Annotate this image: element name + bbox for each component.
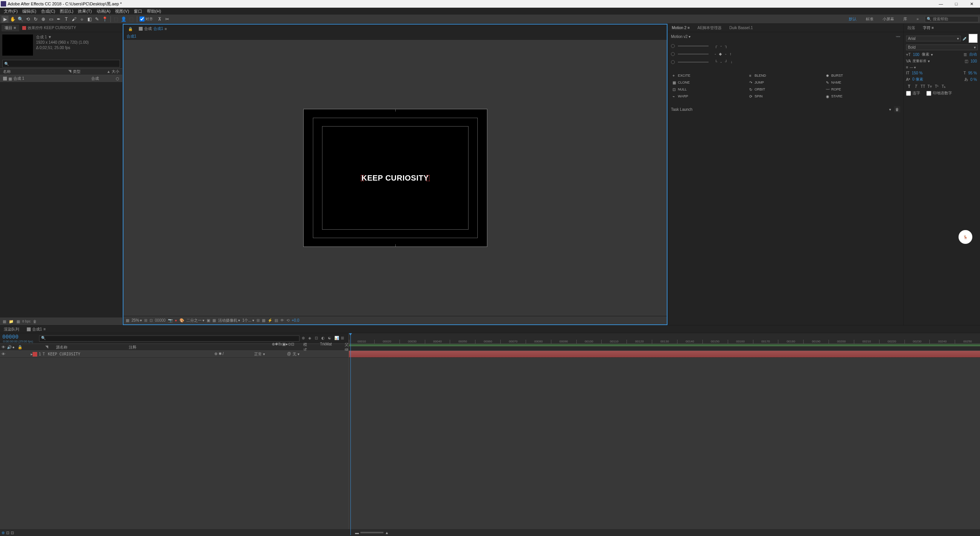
ruler-icon[interactable]: ⊡ (150, 318, 153, 322)
roi-icon[interactable]: ▣ (207, 318, 210, 322)
hindi-digits-checkbox[interactable] (926, 91, 931, 96)
always-preview-icon[interactable]: ▦ (126, 318, 129, 322)
video-col-icon[interactable]: 👁 (2, 345, 6, 350)
pixel-aspect-icon[interactable]: ▦ (262, 318, 265, 322)
col-size-header[interactable]: ▲ 大小 (81, 69, 119, 74)
color-mgmt-icon[interactable]: 🎨 (179, 318, 184, 322)
close-button[interactable]: ✕ (964, 0, 979, 8)
project-list[interactable]: ▦ 合成 1 合成 ⬡ (0, 75, 122, 317)
hide-shy-icon[interactable]: ⊡ (315, 336, 320, 341)
motion-warp-button[interactable]: ⌁WARP (671, 93, 747, 99)
workspace-standard[interactable]: 标准 (863, 16, 876, 23)
ease-radio-1[interactable] (671, 44, 675, 48)
audio-col-icon[interactable]: 🔊 (7, 345, 12, 350)
toggle-switches-icon[interactable]: ⊕ (2, 531, 5, 535)
new-folder-icon[interactable]: 📁 (8, 319, 14, 324)
subscript-button[interactable]: T₁ (941, 84, 947, 89)
ease-radio-2[interactable] (671, 52, 675, 56)
vscale-value[interactable]: 150 % (911, 71, 923, 75)
snapshot-icon[interactable]: 📷 (168, 318, 173, 322)
snap-collapse-icon[interactable]: ✂ (164, 16, 171, 23)
layer-parent-pickwhip-icon[interactable]: @ (287, 352, 291, 357)
toggle-in-out-icon[interactable]: ⊡ (11, 531, 14, 535)
menu-effect[interactable]: 效果(T) (76, 8, 94, 14)
menu-help[interactable]: 帮助(H) (145, 8, 163, 14)
project-item-comp[interactable]: ▦ 合成 1 合成 ⬡ (0, 75, 122, 82)
superscript-button[interactable]: T¹ (934, 84, 940, 89)
motion-rope-button[interactable]: 〰ROPE (824, 86, 900, 92)
orbit-tool[interactable]: ⟲ (25, 16, 31, 23)
rect-tool[interactable]: ▭ (48, 16, 54, 23)
lock-col-icon[interactable]: 🔒 (18, 345, 22, 350)
kerning-dropdown[interactable]: 度量标准 (913, 59, 926, 64)
motion-clone-button[interactable]: ▦CLONE (671, 79, 747, 85)
fill-color-swatch[interactable] (968, 34, 978, 43)
comp-breadcrumb[interactable]: 合成1 (123, 33, 667, 40)
layer-name[interactable]: KEEP CURIOSITY (48, 352, 214, 356)
font-family-dropdown[interactable]: Arial▾ (906, 36, 961, 41)
small-caps-button[interactable]: Tᴛ (927, 84, 933, 89)
project-search-input[interactable]: 🔍 (2, 60, 120, 67)
timeline-search-input[interactable]: 🔍 (39, 335, 299, 342)
timeline-icon[interactable]: ▤ (275, 318, 278, 322)
new-comp-icon[interactable]: ▦ (15, 319, 21, 324)
interpret-footage-icon[interactable]: ▦ (2, 319, 7, 324)
timecode-display[interactable]: 00000 (155, 318, 166, 322)
help-search-input[interactable]: 🔍 搜索帮助 (925, 16, 978, 22)
motion-stare-button[interactable]: ◉STARE (824, 93, 900, 99)
camera-dropdown[interactable]: 活动摄像机 ▾ (218, 318, 240, 323)
view-axis-icon[interactable]: ⬚ (128, 16, 135, 23)
tab-paragraph[interactable]: 段落 (904, 25, 919, 31)
layer-duration-bar[interactable] (349, 351, 980, 358)
all-caps-button[interactable]: TT (920, 84, 926, 89)
comp-mini-flowchart-icon[interactable]: ⊕ (302, 336, 307, 341)
bpc-button[interactable]: 8 bpc (22, 319, 31, 324)
tab-character[interactable]: 字符 ≡ (919, 25, 938, 31)
timeline-zoom-slider[interactable] (360, 532, 383, 533)
timeline-layer-row[interactable]: 👁 ▸ 1 T KEEP CURIOSITY ⊕ ✱ / 正常 ▾ @ (0, 351, 349, 358)
comp-tab-lock-icon[interactable]: 🔒 (125, 26, 136, 32)
brush-tool[interactable]: 🖌 (71, 16, 77, 23)
motion-orbit-button[interactable]: ↻ORBIT (748, 86, 824, 92)
tsume-value[interactable]: 0 % (970, 77, 978, 82)
layer-visible-icon[interactable]: 👁 (2, 352, 5, 356)
draft3d-icon[interactable]: ◈ (308, 336, 314, 341)
menu-edit[interactable]: 编辑(E) (20, 8, 39, 14)
share-icon[interactable]: ⊞ (257, 318, 260, 322)
snap-edge-icon[interactable]: ⊼ (156, 16, 163, 23)
tab-duik[interactable]: Duik Bassel.1 (725, 25, 756, 31)
clone-tool[interactable]: ⟐ (78, 16, 85, 23)
playhead[interactable] (350, 333, 351, 535)
resolution-icon[interactable]: ⊞ (144, 318, 147, 322)
motion-blur-icon[interactable]: ☯ (328, 336, 333, 341)
motion-version-dropdown[interactable]: Motion v2 ▾ (671, 35, 691, 39)
flowchart-icon[interactable]: ⬡ (116, 77, 119, 81)
quality-dropdown[interactable]: 二分之一 ▾ (186, 318, 204, 323)
motion-excite-button[interactable]: +EXCITE (671, 72, 747, 79)
menu-window[interactable]: 窗口 (132, 8, 145, 14)
faux-italic-button[interactable]: T (913, 84, 919, 89)
ease-slider-3[interactable] (678, 62, 709, 62)
zoom-out-icon[interactable]: ▬ (355, 531, 359, 535)
layer-mode-dropdown[interactable]: 正常 ▾ (254, 352, 265, 357)
tracking-value[interactable]: 100 (970, 59, 978, 63)
tab-project[interactable]: 项目 ≡ (2, 25, 19, 31)
transparency-icon[interactable]: ▦ (212, 318, 216, 322)
trash-icon[interactable]: 🗑 (32, 319, 38, 324)
current-timecode[interactable]: 00000 (2, 334, 33, 340)
eraser-tool[interactable]: ◧ (86, 16, 93, 23)
menu-animation[interactable]: 动画(A) (94, 8, 113, 14)
work-area-bar[interactable] (349, 344, 980, 350)
reset-exposure-icon[interactable]: ⟲ (286, 318, 289, 322)
menu-composition[interactable]: 合成(C) (39, 8, 58, 14)
workspace-small[interactable]: 小屏幕 (880, 16, 897, 23)
exposure-value[interactable]: +0.0 (292, 318, 299, 322)
motion-burst-button[interactable]: ✹BURST (824, 72, 900, 79)
workspace-library[interactable]: 库 (900, 16, 910, 23)
layer-color-swatch[interactable] (33, 352, 37, 357)
workspace-default[interactable]: 默认 (846, 16, 860, 23)
toggle-modes-icon[interactable]: ⊡ (6, 531, 9, 535)
motion-null-button[interactable]: ⊡NULL (671, 86, 747, 92)
hand-tool[interactable]: ✋ (9, 16, 16, 23)
layer-parent-dropdown[interactable]: 无 ▾ (293, 352, 299, 357)
